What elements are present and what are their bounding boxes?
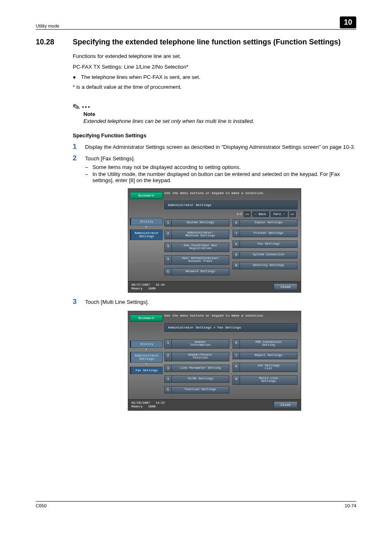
section-title: Specifying the extended telephone line f…: [73, 38, 356, 46]
menu-multi-line-settings[interactable]: 9Multi Line Settings: [233, 375, 297, 385]
bullet-icon: ●: [73, 74, 81, 80]
menu-header-info[interactable]: 1Header Information: [164, 339, 229, 349]
step-3: 3 Touch [Multi Line Settings].: [73, 298, 356, 306]
menu-copier-settings[interactable]: 6Copier Settings: [233, 219, 297, 227]
chapter-badge: 10: [340, 16, 356, 28]
intro-p1: Functions for extended telephone line ar…: [73, 53, 356, 60]
step1-text: Display the Administrator Settings scree…: [85, 143, 356, 151]
step-number: 3: [73, 298, 85, 306]
crumb-utility[interactable]: Utility: [130, 340, 163, 348]
step2-dash1: – Some items may not be displayed accord…: [85, 164, 356, 170]
ui-instruction: Use the menu buttons or keypad to make a…: [164, 191, 297, 195]
menu-system-connection[interactable]: 9System Connection: [233, 251, 297, 259]
admin-settings-screen: Bookmark Utility ▾ Administrator Setting…: [128, 188, 301, 293]
footer-left: C650: [36, 503, 46, 508]
header-left: Utility mode: [36, 23, 59, 28]
section-heading: 10.28 Specifying the extended telephone …: [36, 38, 356, 46]
page-footer: C650 10-74: [36, 501, 356, 508]
bookmark-tab[interactable]: Bookmark: [130, 314, 163, 321]
pager-back-button[interactable]: ← Back: [252, 211, 269, 217]
menu-onetouch-userbox[interactable]: 3One-Touch/User Box Registration: [164, 243, 229, 252]
menu-function-settings[interactable]: 5Function Settings: [164, 386, 229, 393]
menu-user-auth[interactable]: 4User Authentication/ Account Track: [164, 255, 229, 265]
bookmark-tab[interactable]: Bookmark: [130, 192, 163, 199]
ui-footer-status: 02/20/2007 14:22 Memory 100%: [131, 401, 165, 409]
menu-admin-machine[interactable]: 2Administrator/ Machine Settings: [164, 230, 229, 239]
menu-report-settings[interactable]: 7Report Settings: [233, 352, 297, 359]
step2-dash2: – In the Utility mode, the number displa…: [85, 171, 356, 183]
subheading: Specifying Function Settings: [73, 132, 356, 139]
note-text: Extended telephone lines can be set only…: [83, 118, 356, 124]
intro-bullet: ● The telephone lines when PC-FAX is sen…: [73, 74, 356, 80]
section-number: 10.28: [36, 38, 73, 46]
arrow-down-icon: ▾: [130, 363, 163, 366]
intro-p3: * is a default value at the time of proc…: [73, 83, 356, 91]
dash-icon: –: [85, 164, 92, 170]
menu-line-parameter[interactable]: 3Line Parameter Setting: [164, 365, 229, 372]
arrow-down-icon: ▾: [130, 226, 163, 229]
arrow-down-icon: ▾: [130, 349, 163, 351]
ui-pager: 1/2 ◂◂ ← Back Fwrd → ▸▸: [164, 210, 297, 218]
menu-printer-settings[interactable]: 7Printer Settings: [233, 230, 297, 237]
menu-job-settings-list[interactable]: 8Job Settings List: [233, 363, 297, 372]
pager-fwd-button[interactable]: Fwrd →: [271, 211, 288, 217]
pager-first-icon[interactable]: ◂◂: [244, 211, 250, 217]
page-header: Utility mode 10: [36, 16, 356, 30]
crumb-admin-settings[interactable]: Administrator Settings: [130, 352, 163, 363]
close-button[interactable]: Close: [274, 283, 297, 290]
menu-security-settings[interactable]: 0Security Settings: [233, 262, 297, 269]
note-block: ✎... Note Extended telephone lines can b…: [73, 99, 356, 124]
crumb-admin-settings[interactable]: Administrator Settings: [130, 229, 163, 240]
menu-fax-settings[interactable]: 8Fax Settings: [233, 240, 297, 248]
note-label: Note: [83, 111, 356, 117]
menu-network-settings[interactable]: 5Network Settings: [164, 268, 229, 275]
intro-p2: PC-FAX TX Settings: Line 1/Line 2/No Sel…: [73, 63, 356, 71]
crumb-utility[interactable]: Utility: [130, 218, 163, 225]
dots-icon: ...: [82, 99, 90, 110]
page-indicator: 1/2: [237, 213, 242, 216]
pager-last-icon[interactable]: ▸▸: [289, 211, 296, 217]
fax-settings-screen: Bookmark Utility ▾ Administrator Setting…: [128, 311, 301, 411]
ui-instruction: Use the menu buttons or keypad to make a…: [164, 314, 297, 317]
close-button[interactable]: Close: [274, 401, 297, 408]
ui-title: Administrator Settings > Fax Settings: [164, 323, 297, 332]
menu-system-settings[interactable]: 1System Settings: [164, 219, 229, 227]
step3-text: Touch [Multi Line Settings].: [85, 298, 356, 306]
ui-footer-status: 09/27/2007 15:44 Memory 100%: [131, 283, 165, 291]
menu-pbx-connection[interactable]: 6PBX Connection Setting: [233, 339, 297, 349]
step-number: 2: [73, 154, 85, 162]
step-number: 1: [73, 143, 85, 151]
dash-icon: –: [85, 171, 92, 183]
pen-icon: ✎: [71, 101, 81, 113]
step2-text: Touch [Fax Settings].: [85, 154, 356, 162]
step-2: 2 Touch [Fax Settings].: [73, 154, 356, 162]
crumb-fax-settings[interactable]: Fax Settings: [130, 367, 163, 374]
footer-right: 10-74: [345, 503, 356, 508]
menu-txrx-settings[interactable]: 4TX/RX Settings: [164, 375, 229, 383]
ui-title: Administrator Settings: [164, 201, 297, 209]
menu-header-footer-pos[interactable]: 2Header/Footer Position: [164, 352, 229, 361]
step-1: 1 Display the Administrator Settings scr…: [73, 143, 356, 151]
intro-b1: The telephone lines when PC-FAX is sent,…: [81, 74, 356, 80]
